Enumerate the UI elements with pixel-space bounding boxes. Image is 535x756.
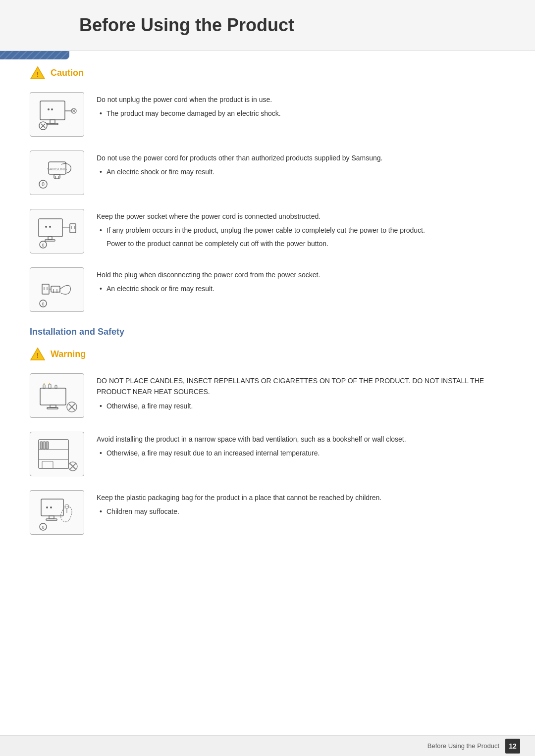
svg-text:0: 0 xyxy=(42,243,44,248)
caution-sub-text-3: Power to the product cannot be completel… xyxy=(97,238,505,249)
footer-text: Before Using the Product xyxy=(428,742,499,750)
caution-text-4: Hold the plug when disconnecting the pow… xyxy=(97,267,505,297)
svg-rect-63 xyxy=(46,442,49,449)
svg-rect-67 xyxy=(41,499,63,516)
svg-rect-60 xyxy=(42,461,53,468)
caution-text-1: Do not unplug the power cord when the pr… xyxy=(97,92,505,121)
svg-point-8 xyxy=(51,108,53,110)
svg-point-7 xyxy=(48,108,50,110)
caution-illus-2: SAMSUNG 0 xyxy=(30,151,84,195)
caution-item-4: 0 Hold the plug when disconnecting the p… xyxy=(30,267,505,312)
warning-text-1: DO NOT PLACE CANDLES, INSECT REPELLANTS … xyxy=(97,373,505,413)
caution-main-text-3: Keep the power socket where the power co… xyxy=(97,211,505,222)
warning-item-1: DO NOT PLACE CANDLES, INSECT REPELLANTS … xyxy=(30,373,505,418)
warning-item-3: 0 Keep the plastic packaging bag for the… xyxy=(30,490,505,535)
warning-bullets-1: Otherwise, a fire may result. xyxy=(97,401,505,411)
warning-label: Warning xyxy=(51,349,86,359)
svg-rect-48 xyxy=(47,407,58,409)
caution-bullet-1-0: The product may become damaged by an ele… xyxy=(97,108,505,119)
warning-bullets-3: Children may suffocate. xyxy=(97,506,505,517)
svg-point-25 xyxy=(49,226,51,228)
caution-bullets-1: The product may become damaged by an ele… xyxy=(97,108,505,119)
svg-rect-6 xyxy=(47,123,58,125)
page-header: Before Using the Product xyxy=(0,0,535,51)
installation-section-heading: Installation and Safety xyxy=(30,327,505,337)
svg-rect-61 xyxy=(40,442,43,449)
svg-rect-26 xyxy=(48,237,52,240)
warning-bullet-1-0: Otherwise, a fire may result. xyxy=(97,401,505,411)
warning-text-3: Keep the plastic packaging bag for the p… xyxy=(97,490,505,519)
caution-item-1: Do not unplug the power cord when the pr… xyxy=(30,92,505,137)
caution-illus-4: 0 xyxy=(30,267,84,312)
warning-item-2: Avoid installing the product in a narrow… xyxy=(30,432,505,476)
svg-point-24 xyxy=(45,226,47,228)
caution-text-3: Keep the power socket where the power co… xyxy=(97,209,505,249)
svg-text:!: ! xyxy=(37,70,39,78)
svg-rect-4 xyxy=(40,101,65,120)
caution-main-text-4: Hold the plug when disconnecting the pow… xyxy=(97,269,505,280)
caution-label: Caution xyxy=(51,68,84,78)
warning-main-text-3: Keep the plastic packaging bag for the p… xyxy=(97,492,505,503)
svg-rect-29 xyxy=(70,224,76,233)
page-footer: Before Using the Product 12 xyxy=(0,735,535,756)
svg-rect-27 xyxy=(45,240,55,241)
warning-main-text-2: Avoid installing the product in a narrow… xyxy=(97,434,505,445)
warning-text-2: Avoid installing the product in a narrow… xyxy=(97,432,505,461)
svg-text:0: 0 xyxy=(42,182,45,187)
warning-illus-2 xyxy=(30,432,84,476)
caution-main-text-1: Do not unplug the power cord when the pr… xyxy=(97,94,505,105)
svg-text:!: ! xyxy=(37,352,39,359)
svg-rect-38 xyxy=(42,284,49,294)
caution-bullets-2: An electric shock or fire may result. xyxy=(97,166,505,177)
caution-bullet-2-0: An electric shock or fire may result. xyxy=(97,166,505,177)
caution-triangle-icon: ! xyxy=(30,66,46,80)
caution-bullet-4-0: An electric shock or fire may result. xyxy=(97,283,505,294)
caution-illus-3: 0 xyxy=(30,209,84,253)
footer-page-number: 12 xyxy=(505,739,520,754)
caution-bullets-4: An electric shock or fire may result. xyxy=(97,283,505,294)
svg-rect-70 xyxy=(49,516,54,519)
svg-text:0: 0 xyxy=(42,302,44,306)
caution-bullets-3: If any problem occurs in the product, un… xyxy=(97,225,505,236)
caution-text-2: Do not use the power cord for products o… xyxy=(97,151,505,180)
warning-bullet-2-0: Otherwise, a fire may result due to an i… xyxy=(97,448,505,458)
warning-header: ! Warning xyxy=(30,347,505,361)
svg-point-69 xyxy=(50,506,52,508)
warning-triangle-icon: ! xyxy=(30,347,46,361)
caution-item-2: SAMSUNG 0 Do not use the power cord for … xyxy=(30,151,505,195)
caution-header: ! Caution xyxy=(30,66,505,80)
warning-bullets-2: Otherwise, a fire may result due to an i… xyxy=(97,448,505,458)
caution-bullet-3-0: If any problem occurs in the product, un… xyxy=(97,225,505,236)
svg-rect-71 xyxy=(46,519,57,520)
warning-illus-3: 0 xyxy=(30,490,84,535)
page-title: Before Using the Product xyxy=(79,10,505,36)
svg-rect-18 xyxy=(54,174,60,178)
svg-rect-23 xyxy=(39,219,62,237)
caution-main-text-2: Do not use the power cord for products o… xyxy=(97,152,505,163)
svg-rect-5 xyxy=(50,120,55,123)
svg-text:0: 0 xyxy=(42,525,44,530)
svg-rect-62 xyxy=(43,442,46,449)
svg-rect-46 xyxy=(40,388,66,405)
svg-rect-34 xyxy=(51,286,60,292)
svg-text:SAMSUNG: SAMSUNG xyxy=(47,167,66,171)
caution-illus-1 xyxy=(30,92,84,137)
warning-main-text-1: DO NOT PLACE CANDLES, INSECT REPELLANTS … xyxy=(97,375,505,398)
warning-bullet-3-0: Children may suffocate. xyxy=(97,506,505,517)
warning-illus-1 xyxy=(30,373,84,418)
main-content: ! Caution xyxy=(0,51,535,563)
svg-point-68 xyxy=(46,506,48,508)
caution-item-3: 0 Keep the power socket where the power … xyxy=(30,209,505,253)
